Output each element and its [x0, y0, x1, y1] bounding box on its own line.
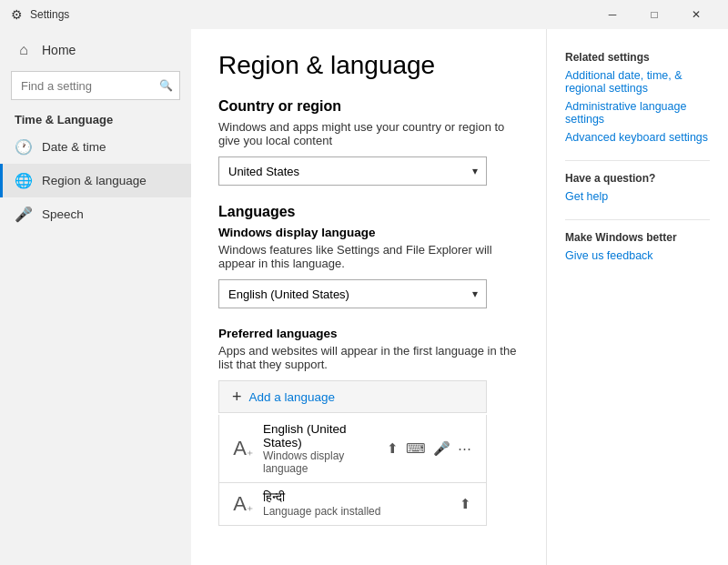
title-bar: ⚙ Settings ─ □ ✕ [0, 0, 728, 29]
languages-section: Languages Windows display language Windo… [218, 204, 519, 526]
page-title: Region & language [218, 51, 519, 80]
search-icon: 🔍 [159, 79, 173, 92]
lang-options-button-hindi[interactable]: ⬆ [458, 494, 473, 514]
right-panel-divider-2 [565, 219, 710, 220]
add-language-label: Add a language [249, 390, 336, 404]
home-label: Home [42, 43, 76, 57]
title-bar-controls: ─ □ ✕ [592, 0, 717, 29]
clock-icon: 🕐 [15, 138, 33, 156]
minimize-button[interactable]: ─ [592, 0, 633, 29]
country-dropdown[interactable]: United States United Kingdom Canada Aust… [218, 156, 487, 186]
sidebar-item-region-language[interactable]: 🌐 Region & language [0, 164, 191, 197]
lang-move-up-button-english[interactable]: ⬆ [385, 439, 400, 459]
lang-name-english: English (United States) [263, 422, 376, 449]
lang-status-hindi: Language pack installed [263, 505, 449, 518]
related-settings-section: Related settings Additional date, time, … [565, 51, 710, 144]
title-bar-left: ⚙ Settings [11, 7, 69, 22]
have-question-section: Have a question? Get help [565, 172, 710, 203]
country-dropdown-container: United States United Kingdom Canada Aust… [218, 156, 487, 186]
lang-icon-english: A₊ [232, 437, 254, 460]
display-language-dropdown[interactable]: English (United States) Hindi French Ger… [218, 279, 487, 308]
close-button[interactable]: ✕ [675, 0, 717, 29]
preferred-languages-desc: Apps and websites will appear in the fir… [218, 344, 519, 371]
make-windows-better-section: Make Windows better Give us feedback [565, 231, 710, 262]
sidebar-home[interactable]: ⌂ Home [0, 33, 191, 67]
lang-actions-hindi: ⬆ [458, 494, 473, 514]
sidebar-section-label: Time & Language [0, 107, 191, 130]
lang-name-hindi: हिन्दी [263, 490, 449, 505]
plus-icon: + [232, 388, 242, 407]
get-help-link[interactable]: Get help [565, 190, 710, 203]
microphone-icon: 🎤 [15, 206, 33, 223]
link-additional-date-time[interactable]: Additional date, time, & regional settin… [565, 69, 710, 95]
link-admin-language[interactable]: Administrative language settings [565, 100, 710, 126]
sidebar-item-date-time-label: Date & time [42, 140, 106, 154]
lang-keyboard-button-english[interactable]: ⌨ [404, 439, 428, 459]
app-body: ⌂ Home 🔍 Time & Language 🕐 Date & time 🌐… [0, 29, 728, 565]
country-region-heading: Country or region [218, 98, 519, 115]
preferred-languages-label: Preferred languages [218, 327, 519, 340]
language-item-hindi: A₊ हिन्दी Language pack installed ⬆ [218, 483, 487, 526]
right-panel-divider-1 [565, 160, 710, 161]
settings-window-icon: ⚙ [11, 7, 23, 22]
make-windows-better-heading: Make Windows better [565, 231, 710, 244]
lang-icon-hindi: A₊ [232, 492, 254, 516]
languages-heading: Languages [218, 204, 519, 220]
display-language-desc: Windows features like Settings and File … [218, 243, 519, 270]
home-icon: ⌂ [15, 42, 33, 58]
globe-icon: 🌐 [15, 172, 33, 189]
have-question-heading: Have a question? [565, 172, 710, 185]
maximize-button[interactable]: □ [633, 0, 675, 29]
language-item-english: A₊ English (United States) Windows displ… [218, 415, 487, 483]
lang-actions-english: ⬆ ⌨ 🎤 ⋯ [385, 439, 473, 459]
country-region-desc: Windows and apps might use your country … [218, 120, 519, 147]
lang-info-english: English (United States) Windows display … [263, 422, 376, 475]
sidebar-item-speech-label: Speech [42, 207, 84, 221]
related-settings-heading: Related settings [565, 51, 710, 64]
window-title: Settings [30, 8, 69, 21]
sidebar-search-container: 🔍 [11, 71, 180, 100]
display-language-dropdown-container: English (United States) Hindi French Ger… [218, 279, 487, 308]
display-language-label: Windows display language [218, 226, 519, 239]
sidebar-item-date-time[interactable]: 🕐 Date & time [0, 130, 191, 164]
sidebar-item-region-language-label: Region & language [42, 174, 147, 187]
link-advanced-keyboard[interactable]: Advanced keyboard settings [565, 131, 710, 144]
lang-options-button-english[interactable]: ⋯ [456, 439, 473, 459]
lang-info-hindi: हिन्दी Language pack installed [263, 490, 449, 518]
add-language-button[interactable]: + Add a language [218, 380, 487, 413]
lang-mic-button-english[interactable]: 🎤 [431, 439, 452, 459]
sidebar: ⌂ Home 🔍 Time & Language 🕐 Date & time 🌐… [0, 29, 191, 565]
give-feedback-link[interactable]: Give us feedback [565, 249, 710, 262]
search-input[interactable] [11, 71, 180, 100]
main-content: Region & language Country or region Wind… [191, 29, 546, 565]
sidebar-item-speech[interactable]: 🎤 Speech [0, 197, 191, 231]
lang-status-english: Windows display language [263, 449, 376, 475]
right-panel: Related settings Additional date, time, … [546, 29, 728, 565]
